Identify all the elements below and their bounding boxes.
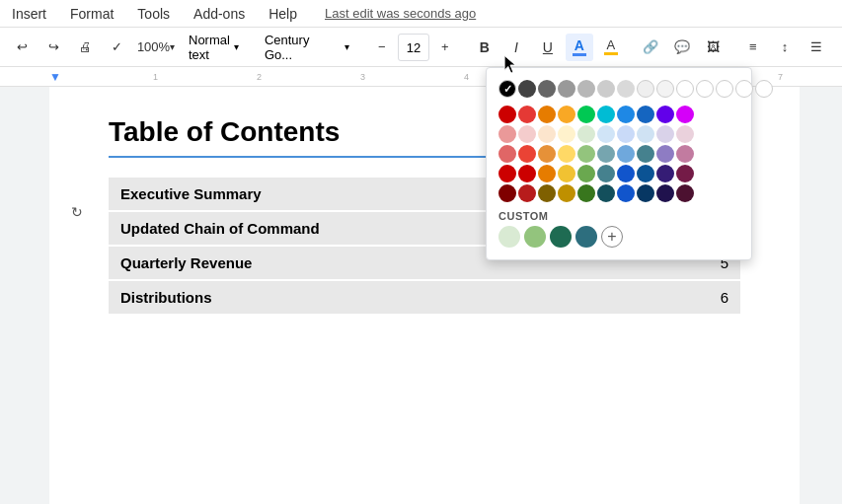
print-button[interactable]: 🖨 [71, 34, 99, 61]
color-swatch[interactable] [518, 125, 536, 143]
undo-button[interactable]: ↩ [8, 34, 36, 61]
color-swatch[interactable] [656, 184, 674, 202]
color-swatch[interactable] [637, 80, 654, 98]
color-swatch[interactable] [617, 145, 635, 163]
image-button[interactable]: 🖼 [700, 34, 727, 61]
color-swatch[interactable] [637, 145, 654, 163]
color-swatch[interactable] [656, 145, 674, 163]
color-swatch[interactable] [656, 80, 674, 98]
color-swatch[interactable] [577, 125, 595, 143]
color-swatch[interactable] [498, 184, 516, 202]
color-swatch[interactable] [676, 80, 694, 98]
color-swatch[interactable] [577, 80, 595, 98]
color-swatch[interactable] [498, 125, 516, 143]
toc-entry[interactable]: Distributions 6 [109, 281, 740, 314]
color-swatch[interactable] [676, 184, 694, 202]
color-swatch[interactable] [538, 184, 556, 202]
color-swatch[interactable] [558, 125, 575, 143]
custom-swatch-3[interactable] [550, 226, 572, 248]
line-spacing-button[interactable]: ↕ [771, 34, 799, 61]
list-button[interactable]: ☰ [803, 34, 830, 61]
color-swatch[interactable] [656, 106, 674, 123]
highlight-color-button[interactable]: A [597, 34, 625, 61]
color-swatch[interactable] [498, 165, 516, 182]
color-swatch[interactable] [676, 145, 694, 163]
text-color-button[interactable]: A [566, 34, 593, 61]
toc-entry-title: Distributions [120, 289, 212, 306]
color-swatch[interactable] [676, 106, 694, 123]
more-button[interactable]: ⋮ [834, 34, 842, 61]
color-swatch[interactable] [696, 80, 714, 98]
comment-button[interactable]: 💬 [668, 34, 696, 61]
color-swatch[interactable] [538, 80, 556, 98]
color-swatch[interactable] [558, 184, 575, 202]
font-dropdown[interactable]: Century Go... ▾ [258, 34, 356, 61]
menu-addons[interactable]: Add-ons [190, 4, 249, 24]
color-swatch[interactable] [637, 165, 654, 182]
color-swatch[interactable] [656, 165, 674, 182]
color-swatch[interactable] [597, 145, 615, 163]
menu-format[interactable]: Format [66, 4, 117, 24]
color-swatch[interactable] [597, 125, 615, 143]
color-swatch[interactable] [676, 125, 694, 143]
color-swatch[interactable] [518, 106, 536, 123]
color-swatch[interactable] [617, 80, 635, 98]
color-swatch[interactable] [577, 106, 595, 123]
color-swatch[interactable] [597, 80, 615, 98]
color-swatch[interactable] [597, 184, 615, 202]
font-size-increase-button[interactable]: + [431, 34, 459, 61]
color-swatch[interactable] [577, 145, 595, 163]
color-swatch[interactable] [676, 165, 694, 182]
color-swatch[interactable] [617, 125, 635, 143]
menu-tools[interactable]: Tools [133, 4, 174, 24]
color-swatch[interactable] [558, 106, 575, 123]
color-swatch[interactable] [498, 145, 516, 163]
color-swatch[interactable] [597, 106, 615, 123]
bold-button[interactable]: B [471, 34, 498, 61]
color-swatch[interactable] [617, 106, 635, 123]
custom-swatch-4[interactable] [575, 226, 597, 248]
underline-button[interactable]: U [534, 34, 562, 61]
style-dropdown[interactable]: Normal text ▾ [182, 34, 246, 61]
color-swatch[interactable] [518, 184, 536, 202]
menu-help[interactable]: Help [265, 4, 301, 24]
color-swatch[interactable] [735, 80, 753, 98]
custom-swatch-1[interactable] [498, 226, 520, 248]
link-button[interactable]: 🔗 [637, 34, 664, 61]
color-swatch[interactable] [617, 184, 635, 202]
toc-refresh-button[interactable]: ↻ [63, 198, 91, 226]
color-swatch[interactable] [755, 80, 773, 98]
color-swatch[interactable] [558, 145, 575, 163]
color-swatch[interactable] [656, 125, 674, 143]
color-swatch[interactable] [518, 80, 536, 98]
color-swatch[interactable] [637, 125, 654, 143]
italic-button[interactable]: I [502, 34, 530, 61]
redo-button[interactable]: ↪ [39, 34, 67, 61]
font-size-decrease-button[interactable]: − [368, 34, 396, 61]
menu-insert[interactable]: Insert [8, 4, 50, 24]
add-custom-color-button[interactable]: + [601, 226, 623, 248]
color-swatch[interactable] [538, 165, 556, 182]
color-swatch[interactable] [597, 165, 615, 182]
color-swatch[interactable] [518, 165, 536, 182]
color-swatch[interactable] [558, 80, 575, 98]
color-swatch[interactable] [558, 165, 575, 182]
font-size-input[interactable]: 12 [398, 34, 429, 61]
color-swatch[interactable] [637, 106, 654, 123]
color-swatch[interactable] [538, 106, 556, 123]
toc-entry-page: 6 [721, 289, 728, 306]
color-swatch-black[interactable] [498, 80, 516, 98]
color-swatch[interactable] [518, 145, 536, 163]
custom-swatch-2[interactable] [524, 226, 546, 248]
color-swatch[interactable] [577, 165, 595, 182]
spellcheck-button[interactable]: ✓ [103, 34, 130, 61]
color-swatch[interactable] [716, 80, 733, 98]
zoom-dropdown[interactable]: 100% ▾ [142, 34, 170, 61]
color-swatch[interactable] [577, 184, 595, 202]
align-button[interactable]: ≡ [739, 34, 767, 61]
color-swatch[interactable] [538, 125, 556, 143]
color-swatch[interactable] [637, 184, 654, 202]
color-swatch[interactable] [617, 165, 635, 182]
color-swatch[interactable] [538, 145, 556, 163]
color-swatch-red[interactable] [498, 106, 516, 123]
